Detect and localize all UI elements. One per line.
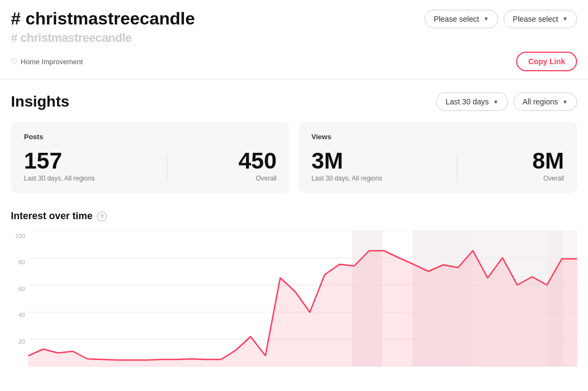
views-secondary-sublabel: Overall (532, 175, 564, 182)
posts-primary-value: 157 (24, 150, 95, 172)
period-dropdown-label: Last 30 days (445, 97, 488, 106)
posts-secondary: 450 Overall (238, 150, 277, 182)
header-dropdown-1-label: Please select (434, 15, 479, 23)
interest-header: Interest over time ? (11, 210, 577, 222)
posts-primary: 157 Last 30 days, All regions (24, 150, 95, 182)
views-secondary: 8M Overall (532, 150, 564, 182)
category-row: ♡ Home Improvement Copy Link (11, 52, 577, 79)
chart-container: 100 80 60 40 20 (11, 231, 577, 367)
views-primary-sublabel: Last 30 days, All regions (311, 175, 382, 182)
chart-svg (28, 231, 577, 367)
posts-label: Posts (24, 133, 277, 141)
y-label-20: 20 (11, 338, 27, 345)
views-divider (457, 155, 457, 182)
posts-primary-sublabel: Last 30 days, All regions (24, 175, 95, 182)
copy-link-button[interactable]: Copy Link (516, 52, 577, 71)
category-tag: ♡ Home Improvement (11, 58, 83, 66)
y-label-60: 60 (11, 286, 27, 292)
header-top: # christmastreecandle Please select ▼ Pl… (11, 9, 577, 29)
y-label-80: 80 (11, 259, 27, 265)
posts-divider (167, 155, 167, 182)
help-icon[interactable]: ? (97, 212, 107, 221)
insights-header: Insights Last 30 days ▼ All regions ▼ (11, 92, 577, 111)
insights-title: Insights (11, 93, 69, 110)
y-label-40: 40 (11, 312, 27, 318)
views-secondary-value: 8M (532, 150, 564, 172)
chevron-down-icon: ▼ (483, 16, 489, 22)
header-dropdown-1[interactable]: Please select ▼ (425, 10, 498, 28)
region-dropdown[interactable]: All regions ▼ (513, 92, 577, 111)
views-label: Views (311, 133, 564, 141)
header-dropdown-2-label: Please select (513, 15, 558, 23)
chevron-down-icon-2: ▼ (562, 16, 568, 22)
hashtag-subtitle: # christmastreecandle (11, 31, 577, 47)
interest-title: Interest over time (11, 210, 93, 222)
views-card: Views 3M Last 30 days, All regions 8M Ov… (298, 122, 577, 193)
chevron-down-icon-3: ▼ (493, 99, 499, 105)
hashtag-title: # christmastreecandle (11, 9, 195, 29)
chart-area (28, 231, 577, 367)
views-primary: 3M Last 30 days, All regions (311, 150, 382, 182)
period-dropdown[interactable]: Last 30 days ▼ (436, 92, 507, 111)
insights-dropdowns: Last 30 days ▼ All regions ▼ (436, 92, 577, 111)
y-label-100: 100 (11, 233, 27, 239)
header-section: # christmastreecandle Please select ▼ Pl… (0, 0, 588, 79)
chevron-down-icon-4: ▼ (562, 99, 568, 105)
insights-section: Insights Last 30 days ▼ All regions ▼ Po… (0, 79, 588, 193)
posts-card: Posts 157 Last 30 days, All regions 450 … (11, 122, 290, 193)
header-dropdown-2[interactable]: Please select ▼ (504, 10, 577, 28)
interest-section: Interest over time ? 100 80 60 40 20 (0, 210, 588, 367)
views-values: 3M Last 30 days, All regions 8M Overall (311, 150, 564, 182)
posts-values: 157 Last 30 days, All regions 450 Overal… (24, 150, 277, 182)
views-primary-value: 3M (311, 150, 382, 172)
posts-secondary-sublabel: Overall (238, 175, 277, 182)
stats-row: Posts 157 Last 30 days, All regions 450 … (11, 122, 577, 193)
posts-secondary-value: 450 (238, 150, 277, 172)
tag-icon: ♡ (11, 58, 17, 66)
region-dropdown-label: All regions (523, 97, 558, 106)
header-dropdowns: Please select ▼ Please select ▼ (425, 10, 577, 28)
chart-y-labels: 100 80 60 40 20 (11, 231, 27, 367)
category-label: Home Improvement (21, 58, 83, 66)
